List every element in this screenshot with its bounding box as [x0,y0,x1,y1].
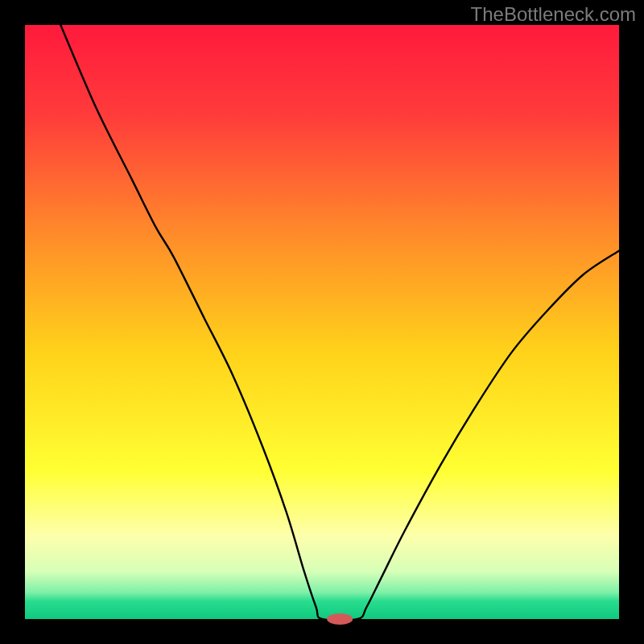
attribution-watermark: TheBottleneck.com [471,3,636,26]
chart-svg [0,0,644,644]
bottleneck-chart: TheBottleneck.com [0,0,644,644]
optimum-marker [327,613,353,625]
plot-background [25,25,619,619]
